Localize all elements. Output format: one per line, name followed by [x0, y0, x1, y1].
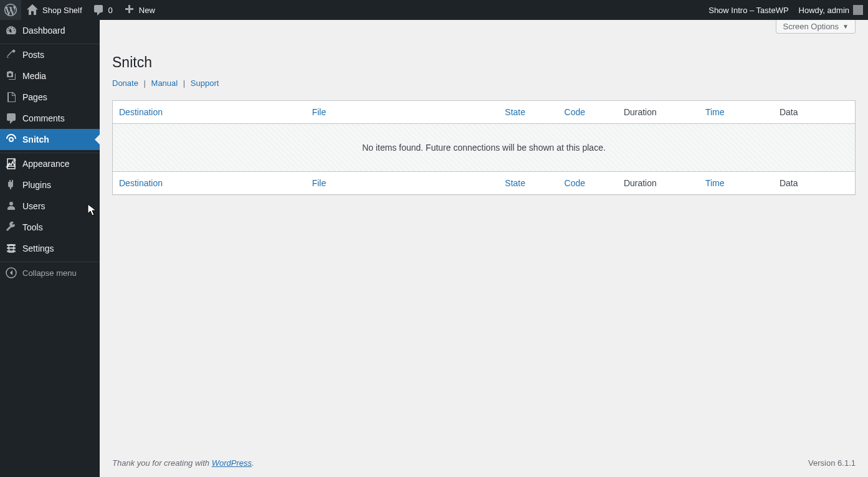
footer-thankyou: Thank you for creating with WordPress.	[112, 458, 254, 468]
sidebar-item-dashboard[interactable]: Dashboard	[0, 20, 100, 41]
admin-bar: Shop Shelf 0 New Show Intro – TasteWP Ho…	[0, 0, 868, 20]
wordpress-logo-icon	[4, 4, 17, 16]
empty-message: No items found. Future connections will …	[113, 124, 855, 171]
settings-icon	[0, 242, 22, 255]
page-title: Snitch	[112, 49, 856, 73]
sidebar-item-snitch[interactable]: Snitch	[0, 129, 100, 150]
sidebar-item-label: Users	[22, 201, 45, 211]
sidebar-item-users[interactable]: Users	[0, 196, 100, 217]
site-name-label: Shop Shelf	[42, 6, 82, 15]
footer-version: Version 6.1.1	[808, 458, 856, 468]
svg-rect-1	[7, 247, 16, 249]
admin-bar-right: Show Intro – TasteWP Howdy, admin	[703, 0, 868, 20]
plugins-icon	[0, 179, 22, 191]
col-duration: Duration	[618, 101, 699, 124]
howdy-label: Howdy, admin	[799, 6, 849, 15]
sidebar-item-label: Snitch	[22, 135, 49, 144]
sidebar-item-tools[interactable]: Tools	[0, 217, 100, 238]
comment-icon	[92, 4, 105, 16]
sidebar-item-appearance[interactable]: Appearance	[0, 153, 100, 174]
comments-icon	[0, 112, 22, 125]
col-code-sort[interactable]: Code	[565, 107, 585, 117]
new-content-label: New	[139, 6, 155, 15]
screen-options-label: Screen Options	[783, 22, 839, 31]
site-name-link[interactable]: Shop Shelf	[21, 0, 87, 20]
dashboard-icon	[0, 24, 22, 37]
col-file-sort[interactable]: File	[312, 107, 327, 117]
col-state-sort[interactable]: State	[505, 107, 525, 117]
avatar	[853, 5, 863, 15]
table-header: Destination File State Code Duration Tim…	[113, 101, 855, 124]
sidebar-item-label: Settings	[22, 243, 54, 253]
collapse-menu-button[interactable]: Collapse menu	[0, 262, 100, 283]
connections-table: Destination File State Code Duration Tim…	[112, 100, 856, 195]
donate-link[interactable]: Donate	[112, 78, 138, 88]
col-time-sort[interactable]: Time	[705, 107, 725, 117]
footer-thankyou-prefix: Thank you for creating with	[112, 458, 212, 468]
chevron-down-icon: ▼	[842, 23, 849, 30]
svg-rect-0	[7, 244, 16, 246]
separator: |	[180, 78, 188, 88]
pages-icon	[0, 91, 22, 103]
show-intro-label: Show Intro – TasteWP	[708, 6, 788, 15]
col-state-sort[interactable]: State	[505, 178, 525, 188]
main-content: Screen Options ▼ Snitch Donate | Manual …	[100, 20, 868, 477]
comments-link[interactable]: 0	[87, 0, 118, 20]
svg-rect-2	[7, 250, 16, 252]
col-data: Data	[773, 101, 855, 124]
col-file-sort[interactable]: File	[312, 178, 327, 188]
screen-options-button[interactable]: Screen Options ▼	[776, 20, 856, 34]
sidebar-item-label: Dashboard	[22, 26, 65, 35]
support-link[interactable]: Support	[191, 78, 219, 88]
footer-thankyou-suffix: .	[252, 458, 254, 468]
sidebar-item-label: Posts	[22, 50, 44, 60]
appearance-icon	[0, 158, 22, 170]
sidebar-item-label: Appearance	[22, 159, 70, 169]
media-icon	[0, 70, 22, 82]
page-links: Donate | Manual | Support	[112, 78, 856, 88]
tools-icon	[0, 221, 22, 234]
sidebar-item-label: Pages	[22, 92, 47, 102]
users-icon	[0, 200, 22, 212]
pin-icon	[0, 49, 22, 61]
home-icon	[26, 4, 39, 16]
sidebar-item-pages[interactable]: Pages	[0, 87, 100, 108]
collapse-menu-label: Collapse menu	[22, 268, 77, 278]
sidebar-item-label: Media	[22, 71, 46, 81]
collapse-icon	[0, 267, 22, 279]
sidebar-item-plugins[interactable]: Plugins	[0, 174, 100, 196]
col-data: Data	[773, 171, 855, 194]
col-duration: Duration	[618, 171, 699, 194]
table-empty-row: No items found. Future connections will …	[113, 124, 855, 171]
screen-options-wrap: Screen Options ▼	[100, 20, 868, 42]
my-account-link[interactable]: Howdy, admin	[794, 0, 868, 20]
admin-footer: Thank you for creating with WordPress. V…	[100, 449, 868, 477]
sidebar-item-posts[interactable]: Posts	[0, 44, 100, 65]
col-destination-sort[interactable]: Destination	[119, 107, 163, 117]
col-destination-sort[interactable]: Destination	[119, 178, 163, 188]
new-content-link[interactable]: New	[118, 0, 160, 20]
table-footer: Destination File State Code Duration Tim…	[113, 171, 855, 194]
col-time-sort[interactable]: Time	[705, 178, 725, 188]
separator: |	[141, 78, 149, 88]
admin-bar-left: Shop Shelf 0 New	[0, 0, 160, 20]
sidebar-item-label: Tools	[22, 222, 43, 232]
sidebar-item-media[interactable]: Media	[0, 65, 100, 87]
sidebar-item-label: Plugins	[22, 180, 51, 190]
show-intro-link[interactable]: Show Intro – TasteWP	[703, 0, 793, 20]
admin-sidebar: Dashboard Posts Media Pages Comments Sni…	[0, 20, 100, 477]
sidebar-item-settings[interactable]: Settings	[0, 238, 100, 259]
plus-icon	[123, 4, 135, 16]
comments-count: 0	[108, 6, 113, 15]
content-body: Snitch Donate | Manual | Support Destina…	[100, 42, 868, 195]
wordpress-link[interactable]: WordPress	[212, 458, 252, 468]
sidebar-item-label: Comments	[22, 113, 65, 123]
manual-link[interactable]: Manual	[151, 78, 178, 88]
col-code-sort[interactable]: Code	[565, 178, 585, 188]
snitch-icon	[0, 133, 22, 146]
sidebar-item-comments[interactable]: Comments	[0, 108, 100, 129]
wordpress-logo[interactable]	[0, 0, 21, 20]
